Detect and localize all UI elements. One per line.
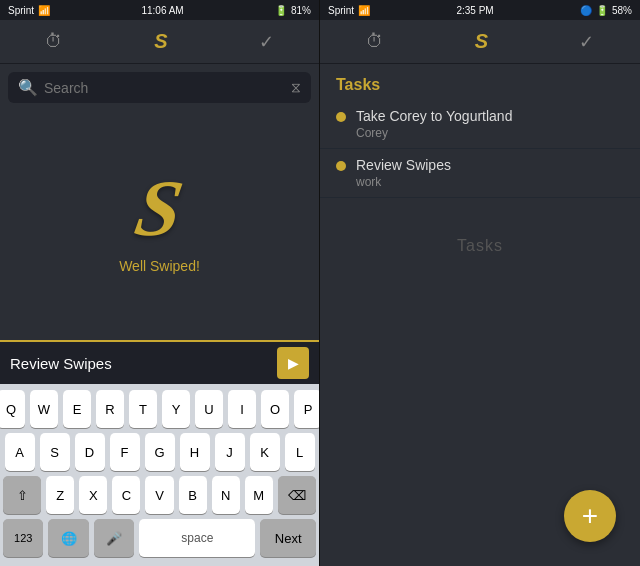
key-p[interactable]: P bbox=[294, 390, 320, 428]
search-icon: 🔍 bbox=[18, 78, 38, 97]
left-status-right: 🔋 81% bbox=[275, 5, 311, 16]
tasks-placeholder-text: Tasks bbox=[457, 237, 503, 255]
right-check-icon[interactable]: ✓ bbox=[579, 31, 594, 53]
key-h[interactable]: H bbox=[180, 433, 210, 471]
left-carrier: Sprint bbox=[8, 5, 34, 16]
left-status-bar: Sprint 📶 11:06 AM 🔋 81% bbox=[0, 0, 319, 20]
right-status-bar: Sprint 📶 2:35 PM 🔵 🔋 58% bbox=[320, 0, 640, 20]
wifi-icon: 📶 bbox=[38, 5, 50, 16]
key-s[interactable]: S bbox=[40, 433, 70, 471]
add-icon: + bbox=[582, 500, 598, 532]
key-d[interactable]: D bbox=[75, 433, 105, 471]
task-item-0[interactable]: Take Corey to Yogurtland Corey bbox=[320, 100, 640, 149]
key-n[interactable]: N bbox=[212, 476, 240, 514]
key-i[interactable]: I bbox=[228, 390, 256, 428]
search-input[interactable] bbox=[44, 80, 285, 96]
right-status-left: Sprint 📶 bbox=[328, 5, 370, 16]
task-sub-0: Corey bbox=[356, 126, 624, 140]
key-w[interactable]: W bbox=[30, 390, 58, 428]
task-input-field[interactable] bbox=[10, 355, 277, 372]
delete-key[interactable]: ⌫ bbox=[278, 476, 316, 514]
task-info-1: Review Swipes work bbox=[356, 157, 624, 189]
filter-icon[interactable]: ⧖ bbox=[291, 79, 301, 96]
key-y[interactable]: Y bbox=[162, 390, 190, 428]
task-input-row: ▶ bbox=[0, 340, 319, 384]
swipe-logo-letter: S bbox=[130, 168, 189, 248]
key-k[interactable]: K bbox=[250, 433, 280, 471]
right-status-right: 🔵 🔋 58% bbox=[580, 5, 632, 16]
left-time: 11:06 AM bbox=[141, 5, 183, 16]
key-g[interactable]: G bbox=[145, 433, 175, 471]
key-b[interactable]: B bbox=[179, 476, 207, 514]
mic-key[interactable]: 🎤 bbox=[94, 519, 134, 557]
right-battery-icon: 🔋 bbox=[596, 5, 608, 16]
right-panel: Sprint 📶 2:35 PM 🔵 🔋 58% ⏱ S ✓ Tasks Tak… bbox=[320, 0, 640, 566]
right-carrier: Sprint bbox=[328, 5, 354, 16]
keyboard: Q W E R T Y U I O P A S D F G H J K L ⇧ … bbox=[0, 384, 319, 566]
key-e[interactable]: E bbox=[63, 390, 91, 428]
right-swipe-icon[interactable]: S bbox=[475, 30, 488, 53]
right-clock-icon[interactable]: ⏱ bbox=[366, 31, 384, 52]
keyboard-row-4: 123 🌐 🎤 space Next bbox=[3, 519, 316, 557]
keyboard-row-3: ⇧ Z X C V B N M ⌫ bbox=[3, 476, 316, 514]
key-x[interactable]: X bbox=[79, 476, 107, 514]
swipe-logo-area: S Well Swiped! bbox=[0, 111, 319, 340]
key-a[interactable]: A bbox=[5, 433, 35, 471]
tasks-placeholder: Tasks bbox=[320, 206, 640, 286]
left-battery-icon: 🔋 bbox=[275, 5, 287, 16]
shift-key[interactable]: ⇧ bbox=[3, 476, 41, 514]
key-q[interactable]: Q bbox=[0, 390, 25, 428]
play-icon: ▶ bbox=[288, 355, 299, 371]
key-f[interactable]: F bbox=[110, 433, 140, 471]
key-z[interactable]: Z bbox=[46, 476, 74, 514]
key-t[interactable]: T bbox=[129, 390, 157, 428]
key-v[interactable]: V bbox=[145, 476, 173, 514]
task-list: Take Corey to Yogurtland Corey Review Sw… bbox=[320, 100, 640, 206]
key-r[interactable]: R bbox=[96, 390, 124, 428]
right-battery: 58% bbox=[612, 5, 632, 16]
key-c[interactable]: C bbox=[112, 476, 140, 514]
well-swiped-text: Well Swiped! bbox=[119, 258, 200, 274]
section-title: Tasks bbox=[320, 64, 640, 100]
right-time: 2:35 PM bbox=[456, 5, 493, 16]
globe-key[interactable]: 🌐 bbox=[48, 519, 88, 557]
space-key[interactable]: space bbox=[139, 519, 255, 557]
right-wifi-icon: 📶 bbox=[358, 5, 370, 16]
key-l[interactable]: L bbox=[285, 433, 315, 471]
task-dot-1 bbox=[336, 161, 346, 171]
left-status-left: Sprint 📶 bbox=[8, 5, 50, 16]
left-swipe-icon[interactable]: S bbox=[154, 30, 167, 53]
keyboard-row-1: Q W E R T Y U I O P bbox=[3, 390, 316, 428]
task-info-0: Take Corey to Yogurtland Corey bbox=[356, 108, 624, 140]
task-sub-1: work bbox=[356, 175, 624, 189]
task-dot-0 bbox=[336, 112, 346, 122]
left-top-nav: ⏱ S ✓ bbox=[0, 20, 319, 64]
play-button[interactable]: ▶ bbox=[277, 347, 309, 379]
left-clock-icon[interactable]: ⏱ bbox=[45, 31, 63, 52]
key-u[interactable]: U bbox=[195, 390, 223, 428]
next-key[interactable]: Next bbox=[260, 519, 316, 557]
right-bluetooth-icon: 🔵 bbox=[580, 5, 592, 16]
task-title-1: Review Swipes bbox=[356, 157, 624, 173]
key-o[interactable]: O bbox=[261, 390, 289, 428]
task-item-1[interactable]: Review Swipes work bbox=[320, 149, 640, 198]
search-bar: 🔍 ⧖ bbox=[8, 72, 311, 103]
left-battery: 81% bbox=[291, 5, 311, 16]
key-j[interactable]: J bbox=[215, 433, 245, 471]
left-panel: Sprint 📶 11:06 AM 🔋 81% ⏱ S ✓ 🔍 ⧖ S Well… bbox=[0, 0, 320, 566]
key-m[interactable]: M bbox=[245, 476, 273, 514]
left-check-icon[interactable]: ✓ bbox=[259, 31, 274, 53]
add-task-button[interactable]: + bbox=[564, 490, 616, 542]
numbers-key[interactable]: 123 bbox=[3, 519, 43, 557]
task-title-0: Take Corey to Yogurtland bbox=[356, 108, 624, 124]
keyboard-row-2: A S D F G H J K L bbox=[3, 433, 316, 471]
right-top-nav: ⏱ S ✓ bbox=[320, 20, 640, 64]
